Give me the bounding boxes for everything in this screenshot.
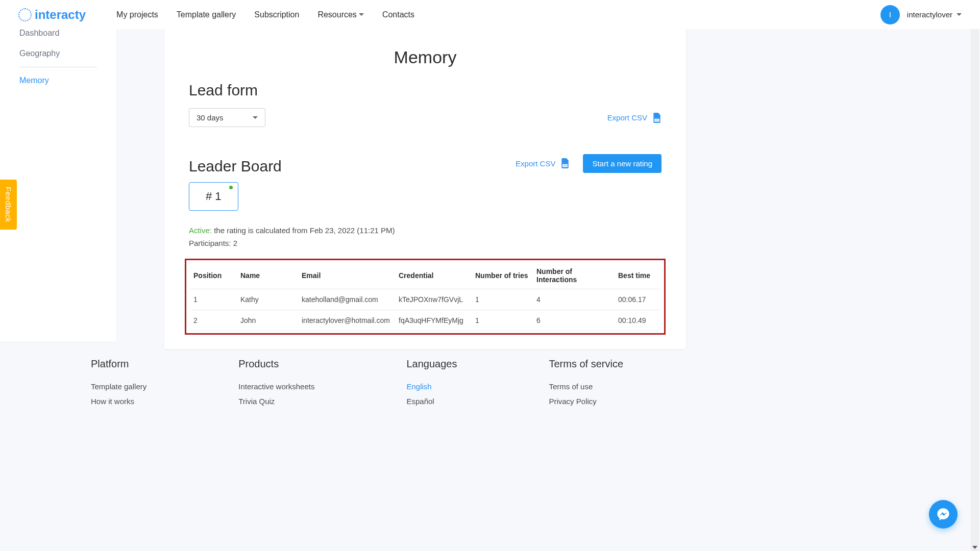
cell-interactions: 4	[533, 289, 615, 310]
footer-link-how-it-works[interactable]: How it works	[91, 397, 146, 406]
nav-my-projects[interactable]: My projects	[116, 10, 158, 19]
nav-subscription[interactable]: Subscription	[254, 10, 299, 19]
nav-template-gallery[interactable]: Template gallery	[177, 10, 236, 19]
cell-email: kateholland@gmail.com	[299, 289, 396, 310]
col-interactions: Number of Interactions	[533, 262, 615, 289]
nav-contacts[interactable]: Contacts	[382, 10, 414, 19]
status-active-label: Active:	[189, 226, 212, 235]
cell-interactions: 6	[533, 310, 615, 331]
csv-file-icon: CSV	[652, 113, 662, 123]
period-selected: 30 days	[197, 113, 224, 122]
footer-languages-title: Languages	[406, 358, 457, 370]
table-row: 2Johninteractylover@hotmail.comfqA3uqHFY…	[190, 310, 660, 331]
footer-link-terms-of-use[interactable]: Terms of use	[549, 382, 623, 391]
chevron-down-icon	[957, 13, 962, 16]
leader-board-title: Leader Board	[189, 158, 282, 175]
col-name: Name	[237, 262, 299, 289]
avatar: I	[880, 5, 900, 24]
messenger-button[interactable]	[929, 500, 958, 529]
brand-logo[interactable]: interacty	[18, 8, 86, 22]
feedback-tab[interactable]: Feedback	[0, 180, 17, 230]
footer-link-english[interactable]: English	[406, 382, 457, 391]
chevron-down-icon	[359, 13, 364, 16]
chevron-down-icon	[253, 116, 258, 119]
leaderboard-table: Position Name Email Credential Number of…	[190, 262, 660, 331]
status-text: the rating is calculated from Feb 23, 20…	[212, 226, 395, 235]
start-new-rating-button[interactable]: Start a new rating	[583, 154, 662, 173]
footer-col-languages: Languages English Español	[406, 358, 457, 412]
status-line: Active: the rating is calculated from Fe…	[189, 226, 662, 235]
svg-text:CSV: CSV	[655, 119, 659, 121]
footer-link-interactive-worksheets[interactable]: Interactive worksheets	[238, 382, 314, 391]
period-select[interactable]: 30 days	[189, 108, 265, 127]
csv-file-icon: CSV	[560, 158, 570, 168]
cell-position: 2	[190, 310, 237, 331]
footer-col-products: Products Interactive worksheets Trivia Q…	[238, 358, 314, 412]
cell-tries: 1	[472, 289, 533, 310]
username: interactylover	[907, 10, 962, 19]
cell-best_time: 00:10.49	[615, 310, 660, 331]
footer-link-template-gallery[interactable]: Template gallery	[91, 382, 146, 391]
cell-name: Kathy	[237, 289, 299, 310]
cell-best_time: 00:06.17	[615, 289, 660, 310]
lead-form-title: Lead form	[189, 82, 662, 99]
sidebar-item-geography[interactable]: Geography	[0, 43, 116, 64]
sidebar-item-memory[interactable]: Memory	[0, 70, 116, 91]
footer-col-terms: Terms of service Terms of use Privacy Po…	[549, 358, 623, 412]
cell-name: John	[237, 310, 299, 331]
footer-link-trivia-quiz[interactable]: Trivia Quiz	[238, 397, 314, 406]
sidebar: Dashboard Geography Memory	[0, 27, 116, 342]
footer-products-title: Products	[238, 358, 314, 370]
messenger-icon	[936, 507, 950, 521]
brand-text: interacty	[35, 8, 86, 22]
cell-position: 1	[190, 289, 237, 310]
col-credential: Credential	[396, 262, 472, 289]
participants-line: Participants: 2	[189, 239, 662, 247]
svg-text:CSV: CSV	[563, 164, 568, 167]
col-tries: Number of tries	[472, 262, 533, 289]
logo-burst-icon	[18, 8, 32, 21]
leadform-export-csv-link[interactable]: Export CSV CSV	[607, 113, 662, 123]
cell-credential: fqA3uqHFYMfEyMjg	[396, 310, 472, 331]
cell-credential: kTeJPOXnw7fGVvjL	[396, 289, 472, 310]
col-email: Email	[299, 262, 396, 289]
footer-platform-title: Platform	[91, 358, 146, 370]
leaderboard-export-csv-link[interactable]: Export CSV CSV	[516, 158, 570, 168]
table-row: 1Kathykateholland@gmail.comkTeJPOXnw7fGV…	[190, 289, 660, 310]
active-dot-icon	[229, 186, 233, 189]
rating-badge[interactable]: # 1	[189, 182, 238, 211]
scroll-down-icon[interactable]	[972, 546, 977, 549]
table-header-row: Position Name Email Credential Number of…	[190, 262, 660, 289]
footer-link-espanol[interactable]: Español	[406, 397, 457, 406]
nav-resources[interactable]: Resources	[317, 10, 363, 19]
footer-col-platform: Platform Template gallery How it works	[91, 358, 146, 412]
page-title: Memory	[164, 29, 686, 76]
footer-link-privacy-policy[interactable]: Privacy Policy	[549, 397, 623, 406]
col-position: Position	[190, 262, 237, 289]
nav-items: My projects Template gallery Subscriptio…	[116, 10, 880, 19]
col-best-time: Best time	[615, 262, 660, 289]
scrollbar[interactable]	[971, 0, 979, 551]
leaderboard-table-wrap: Position Name Email Credential Number of…	[185, 259, 666, 335]
main-card: Memory Lead form 30 days Export CSV CSV …	[164, 29, 686, 349]
sidebar-divider	[19, 67, 97, 67]
footer: Platform Template gallery How it works P…	[91, 358, 683, 412]
top-navbar: interacty My projects Template gallery S…	[0, 0, 980, 29]
sidebar-item-dashboard[interactable]: Dashboard	[0, 29, 116, 43]
cell-email: interactylover@hotmail.com	[299, 310, 396, 331]
cell-tries: 1	[472, 310, 533, 331]
user-menu[interactable]: I interactylover	[880, 5, 962, 24]
footer-terms-title: Terms of service	[549, 358, 623, 370]
